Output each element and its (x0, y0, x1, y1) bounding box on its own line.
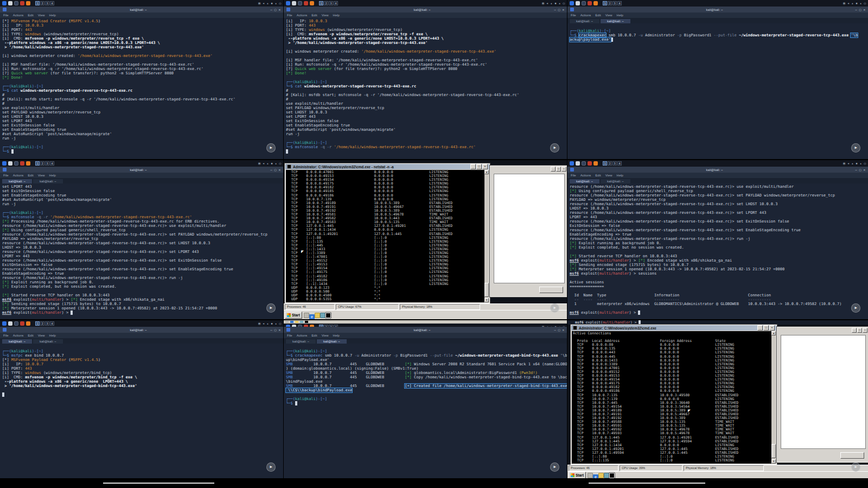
workspace-4[interactable]: 4 (50, 1, 54, 5)
display-icon[interactable]: ▤ (258, 160, 260, 167)
display-icon[interactable]: ▤ (843, 160, 845, 167)
workspace-switcher[interactable]: 1234 (319, 1, 338, 5)
maximize-icon[interactable]: ▢ (857, 328, 862, 333)
play-overlay-icon[interactable]: ▶ (851, 462, 860, 472)
close-icon[interactable]: ✕ (863, 8, 865, 11)
workspace-4[interactable]: 4 (617, 1, 622, 5)
minimize-icon[interactable]: – (270, 168, 272, 172)
menu-item-file[interactable]: File (571, 14, 576, 17)
notifications-icon[interactable]: ▴ (275, 160, 277, 167)
display-icon[interactable]: ▤ (542, 0, 544, 7)
menu-item-help[interactable]: Help (333, 334, 340, 337)
terminal-tab[interactable]: kali@kali: ~ (570, 19, 599, 23)
minimize-icon[interactable]: – (855, 8, 857, 11)
menu-item-view[interactable]: View (605, 174, 612, 177)
ie-icon[interactable] (309, 314, 315, 320)
menu-item-help[interactable]: Help (333, 14, 340, 17)
workspace-2[interactable]: 2 (40, 161, 44, 166)
terminal-titlebar[interactable]: kali@kali: ~ –▢✕ (0, 167, 283, 173)
volume-icon[interactable]: ▴ (852, 0, 854, 7)
terminal-titlebar[interactable]: kali@kali: ~ –▢✕ (567, 7, 868, 12)
battery-icon[interactable]: ▪ (554, 0, 557, 7)
menu-item-view[interactable]: View (38, 174, 45, 177)
workspace-3[interactable]: 3 (329, 1, 333, 5)
battery-icon[interactable]: ▪ (271, 0, 273, 7)
files-icon[interactable] (576, 161, 580, 166)
text-editor-icon[interactable] (26, 161, 30, 166)
menu-item-actions[interactable]: Actions (13, 174, 24, 177)
cmd-output[interactable]: TCP 0.0.0.0:47001 0.0.0.0:0 LISTENING TC… (286, 170, 489, 302)
workspace-4[interactable]: 4 (50, 321, 54, 326)
network-icon[interactable]: ◂ (847, 0, 850, 7)
play-overlay-icon[interactable]: ▶ (851, 303, 860, 313)
printer-icon[interactable] (304, 313, 309, 318)
text-editor-icon[interactable] (593, 161, 598, 166)
network-icon[interactable]: ◂ (847, 160, 850, 167)
close-icon[interactable]: ✕ (769, 325, 775, 331)
maximize-icon[interactable]: ▢ (763, 325, 769, 331)
close-icon[interactable]: ✕ (863, 328, 867, 333)
terminal-icon[interactable] (298, 1, 302, 5)
play-overlay-icon[interactable]: ▶ (851, 143, 860, 153)
terminal-tab[interactable]: kali@kali: ~ (317, 339, 347, 344)
video-timeline-bar[interactable] (0, 478, 868, 488)
battery-icon[interactable]: ▪ (856, 0, 858, 7)
network-icon[interactable] (604, 473, 609, 478)
workspace-3[interactable]: 3 (45, 1, 49, 5)
files-icon[interactable] (8, 321, 12, 326)
workspace-4[interactable]: 4 (617, 161, 622, 166)
menu-item-help[interactable]: Help (617, 14, 623, 17)
terminal-titlebar[interactable]: kali@kali: ~ –▢✕ (0, 7, 283, 12)
text-editor-icon[interactable] (26, 1, 30, 5)
terminal-tab[interactable]: kali@kali: ~ (33, 339, 63, 344)
menu-item-edit[interactable]: Edit (28, 174, 33, 177)
battery-icon[interactable]: ▪ (271, 160, 273, 167)
menu-item-edit[interactable]: Edit (311, 14, 317, 17)
play-overlay-icon[interactable]: ▶ (550, 303, 559, 313)
network-icon[interactable]: ◂ (263, 0, 265, 7)
menu-item-view[interactable]: View (38, 334, 45, 337)
menu-item-file[interactable]: File (3, 334, 9, 337)
maximize-icon[interactable]: ▢ (275, 168, 277, 172)
workspace-2[interactable]: 2 (608, 161, 612, 166)
volume-icon[interactable]: ▴ (551, 0, 553, 7)
battery-icon[interactable]: ▪ (856, 160, 858, 167)
minimize-icon[interactable]: – (855, 168, 857, 172)
maximize-icon[interactable]: ▢ (275, 8, 277, 11)
background-window-button[interactable] (539, 287, 563, 293)
menu-item-file[interactable]: File (571, 174, 576, 177)
minimize-icon[interactable]: – (554, 8, 556, 11)
files-icon[interactable] (292, 1, 296, 5)
minimize-icon[interactable]: _ (470, 164, 476, 169)
battery-icon[interactable]: ▪ (271, 320, 273, 327)
network-icon[interactable] (320, 313, 326, 318)
maximize-icon[interactable]: ▢ (859, 8, 861, 11)
notifications-icon[interactable]: ▴ (860, 160, 862, 167)
menu-item-help[interactable]: Help (617, 174, 623, 177)
menu-item-view[interactable]: View (322, 334, 329, 337)
workspace-3[interactable]: 3 (45, 161, 49, 166)
maximize-icon[interactable]: ▢ (558, 8, 560, 11)
menu-item-edit[interactable]: Edit (311, 334, 317, 337)
close-icon[interactable]: ✕ (561, 167, 566, 172)
terminal-tab[interactable]: kali@kali: ~ (2, 179, 32, 183)
workspace-switcher[interactable]: 1234 (35, 321, 54, 326)
notifications-icon[interactable]: ▴ (860, 0, 862, 7)
cmd-icon[interactable] (326, 313, 331, 318)
power-icon[interactable]: ○ (279, 160, 281, 167)
terminal-content[interactable]: resource (/home/kali/windows-meterpreter… (567, 183, 868, 319)
kali-menu-icon[interactable] (2, 1, 7, 5)
power-icon[interactable]: ○ (864, 160, 866, 167)
menu-item-view[interactable]: View (38, 14, 45, 17)
workspace-1[interactable]: 1 (319, 1, 323, 5)
menu-item-actions[interactable]: Actions (297, 334, 308, 337)
menu-item-edit[interactable]: Edit (28, 14, 33, 17)
close-icon[interactable]: ✕ (278, 168, 280, 172)
workspace-1[interactable]: 1 (603, 161, 607, 166)
workspace-3[interactable]: 3 (612, 161, 617, 166)
printer-icon[interactable] (588, 473, 593, 478)
terminal-content[interactable]: [*] MSFvenom Payload Creator (MSFPC v1.4… (0, 18, 283, 159)
cmd-icon[interactable] (609, 473, 615, 478)
play-overlay-icon[interactable]: ▶ (266, 462, 276, 472)
menu-item-file[interactable]: File (3, 174, 9, 177)
